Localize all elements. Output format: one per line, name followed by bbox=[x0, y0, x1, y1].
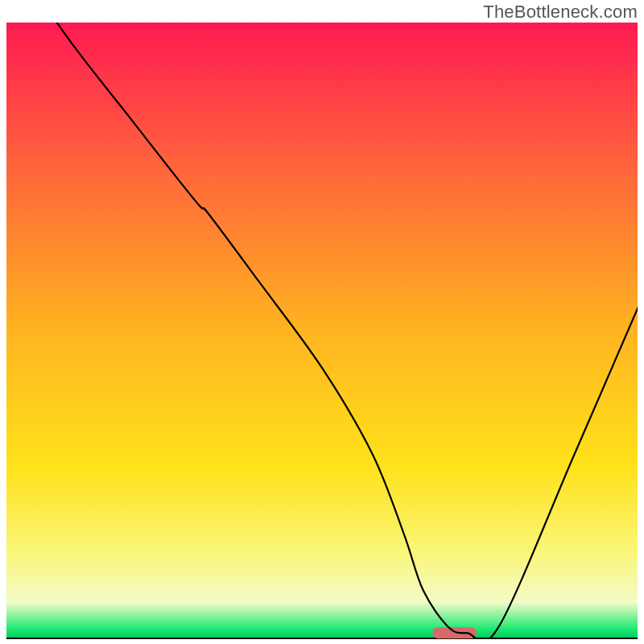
bottleneck-chart bbox=[6, 23, 638, 639]
chart-background bbox=[6, 23, 638, 639]
watermark-text: TheBottleneck.com bbox=[483, 2, 638, 23]
chart-svg bbox=[6, 23, 638, 639]
